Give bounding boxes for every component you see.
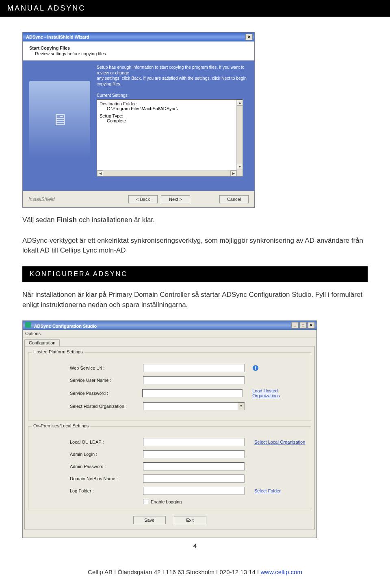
page-content: ADSync - InstallShield Wizard ✕ Start Co… bbox=[0, 17, 390, 542]
tabbar: Configuration bbox=[23, 338, 316, 346]
tab-configuration[interactable]: Configuration bbox=[24, 339, 60, 346]
info-icon[interactable]: i bbox=[253, 365, 258, 371]
label-log-folder: Log Folder : bbox=[70, 488, 143, 493]
installshield-instr-line1: Setup has enough information to start co… bbox=[97, 65, 245, 75]
input-log-folder[interactable] bbox=[143, 487, 245, 495]
group-local: On-Premises/Local Settings Local OU LDAP… bbox=[28, 426, 311, 510]
menu-options[interactable]: Options bbox=[25, 331, 41, 336]
row-service-password: Service Password : Load Hosted Organizat… bbox=[70, 388, 306, 398]
label-domain-netbios: Domain NetBios Name : bbox=[70, 476, 143, 481]
row-local-ou-ldap: Local OU LDAP : Select Local Organizatio… bbox=[70, 438, 306, 446]
scroll-right-icon[interactable]: ▶ bbox=[230, 170, 236, 176]
footer-link[interactable]: www.cellip.com bbox=[260, 568, 302, 575]
installshield-footer: InstallShield < Back Next > Cancel bbox=[23, 191, 254, 207]
installshield-body: 🖥 Setup has enough information to start … bbox=[23, 61, 254, 191]
current-settings-label: Current Settings: bbox=[97, 93, 248, 98]
next-button[interactable]: Next > bbox=[161, 195, 190, 203]
section-heading-config-text: KONFIGURERA ADSYNC bbox=[30, 270, 128, 277]
config-button-row: Save Exit bbox=[28, 516, 311, 524]
scrollbar-horizontal[interactable]: ◀ ▶ bbox=[97, 170, 236, 176]
page-header: MANUAL ADSYNC bbox=[0, 0, 390, 17]
label-service-password: Service Password : bbox=[70, 391, 142, 396]
dest-folder-value: C:\Program Files\MachSol\ADSync\ bbox=[100, 106, 240, 111]
row-service-user-name: Service User Name : bbox=[70, 376, 306, 384]
config-studio-title: ADSync Configuration Studio bbox=[25, 322, 97, 329]
input-admin-login[interactable] bbox=[143, 450, 245, 458]
label-admin-password: Admin Password : bbox=[70, 464, 143, 469]
setup-type-value: Complete bbox=[100, 118, 240, 123]
link-load-hosted[interactable]: Load Hosted Organizations bbox=[252, 388, 306, 398]
section-heading-config: KONFIGURERA ADSYNC bbox=[22, 266, 368, 282]
settings-textarea[interactable]: Destination Folder: C:\Program Files\Mac… bbox=[97, 99, 243, 176]
installshield-header: Start Copying Files Review settings befo… bbox=[23, 41, 254, 61]
close-icon[interactable]: ✕ bbox=[308, 322, 315, 329]
exit-button[interactable]: Exit bbox=[174, 516, 206, 524]
row-enable-logging: Enable Logging bbox=[143, 499, 306, 504]
installshield-right-pane: Setup has enough information to start co… bbox=[97, 65, 248, 176]
row-web-service-url: Web Service Url : i bbox=[70, 364, 306, 372]
input-domain-netbios[interactable] bbox=[143, 475, 245, 483]
page-number: 4 bbox=[0, 542, 390, 549]
config-studio-titlebar: ADSync Configuration Studio _ □ ✕ bbox=[23, 321, 316, 330]
input-web-service-url[interactable] bbox=[143, 364, 245, 372]
row-select-hosted-org: Select Hosted Organization : ▼ bbox=[70, 402, 306, 410]
back-button[interactable]: < Back bbox=[128, 195, 158, 203]
row-domain-netbios: Domain NetBios Name : bbox=[70, 475, 306, 483]
checkbox-enable-logging[interactable] bbox=[143, 499, 148, 504]
scroll-down-icon[interactable]: ▼ bbox=[237, 164, 243, 170]
group-local-title: On-Premises/Local Settings bbox=[32, 423, 90, 428]
page-header-title: MANUAL ADSYNC bbox=[7, 4, 85, 12]
paragraph-adsync-desc: ADSync-verktyget är ett enkelriktat synk… bbox=[22, 236, 368, 256]
scrollbar-vertical[interactable]: ▲ ▼ bbox=[236, 100, 243, 176]
paragraph-finish: Välj sedan Finish och installationen är … bbox=[22, 215, 368, 225]
label-web-service-url: Web Service Url : bbox=[70, 366, 143, 370]
label-enable-logging: Enable Logging bbox=[151, 499, 182, 504]
link-select-local[interactable]: Select Local Organization bbox=[254, 440, 305, 444]
label-local-ou-ldap: Local OU LDAP : bbox=[70, 440, 143, 444]
label-admin-login: Admin Login : bbox=[70, 452, 143, 457]
save-button[interactable]: Save bbox=[133, 516, 166, 524]
close-icon[interactable]: ✕ bbox=[245, 34, 253, 40]
input-service-password[interactable] bbox=[142, 389, 243, 397]
chevron-down-icon: ▼ bbox=[238, 403, 244, 410]
label-service-user-name: Service User Name : bbox=[70, 378, 143, 383]
window-buttons: _ □ ✕ bbox=[291, 322, 315, 329]
scroll-left-icon[interactable]: ◀ bbox=[97, 170, 103, 176]
link-select-folder[interactable]: Select Folder bbox=[254, 488, 281, 493]
installshield-instr-line2: any settings, click Back. If you are sat… bbox=[97, 76, 247, 86]
group-hosted-title: Hosted Platform Settings bbox=[32, 349, 84, 354]
app-icon bbox=[25, 322, 31, 328]
installshield-art-icon: 🖥 bbox=[29, 81, 90, 158]
input-admin-password[interactable] bbox=[143, 462, 245, 470]
maximize-icon[interactable]: □ bbox=[299, 322, 307, 329]
minimize-icon[interactable]: _ bbox=[291, 322, 299, 329]
installshield-titlebar: ADSync - InstallShield Wizard ✕ bbox=[23, 33, 254, 41]
label-select-hosted-org: Select Hosted Organization : bbox=[70, 404, 143, 409]
installshield-heading: Start Copying Files bbox=[29, 46, 248, 50]
dest-folder-label: Destination Folder: bbox=[100, 101, 240, 106]
input-local-ou-ldap[interactable] bbox=[143, 438, 245, 446]
installshield-title: ADSync - InstallShield Wizard bbox=[26, 35, 89, 39]
config-studio-window: ADSync Configuration Studio _ □ ✕ Option… bbox=[22, 320, 317, 538]
row-admin-password: Admin Password : bbox=[70, 462, 306, 470]
installshield-brand: InstallShield bbox=[28, 196, 126, 202]
resize-grip-icon[interactable]: .:: bbox=[23, 533, 316, 538]
footer-text: Cellip AB I Ölandsgatan 42 I 116 63 Stoc… bbox=[88, 568, 260, 575]
installshield-instructions: Setup has enough information to start co… bbox=[97, 65, 248, 87]
page-footer: Cellip AB I Ölandsgatan 42 I 116 63 Stoc… bbox=[0, 568, 390, 575]
cancel-button[interactable]: Cancel bbox=[219, 195, 249, 203]
paragraph-config-intro: När installationen är klar på Primary Do… bbox=[22, 290, 368, 310]
select-hosted-org[interactable]: ▼ bbox=[143, 402, 245, 410]
input-service-user-name[interactable] bbox=[143, 376, 245, 384]
installshield-subheading: Review settings before copying files. bbox=[29, 51, 248, 56]
row-admin-login: Admin Login : bbox=[70, 450, 306, 458]
installshield-window: ADSync - InstallShield Wizard ✕ Start Co… bbox=[22, 32, 255, 208]
row-log-folder: Log Folder : Select Folder bbox=[70, 487, 306, 495]
setup-type-label: Setup Type: bbox=[100, 113, 240, 118]
group-hosted: Hosted Platform Settings Web Service Url… bbox=[28, 352, 311, 420]
config-panel: Hosted Platform Settings Web Service Url… bbox=[24, 346, 315, 529]
menubar: Options bbox=[23, 330, 316, 338]
scroll-up-icon[interactable]: ▲ bbox=[237, 100, 243, 106]
